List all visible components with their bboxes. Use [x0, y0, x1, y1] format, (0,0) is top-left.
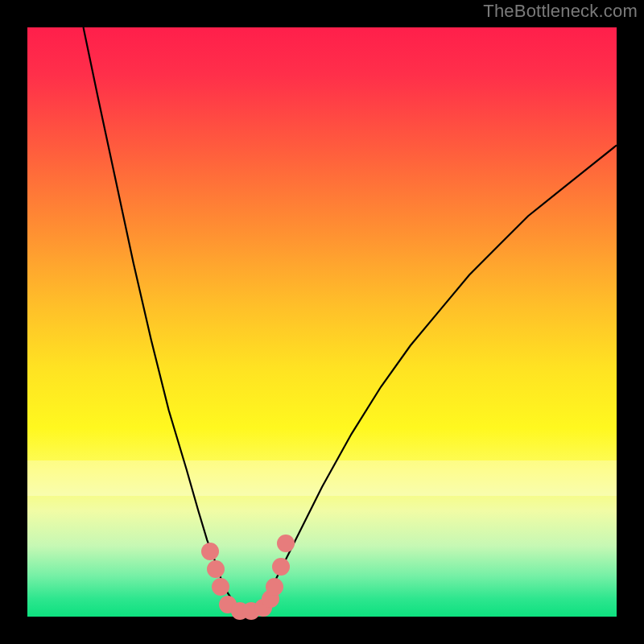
marker-dot — [254, 599, 272, 617]
curve-layer — [27, 27, 617, 617]
marker-dot — [266, 578, 283, 596]
plot-area — [27, 27, 617, 617]
marker-dot — [262, 590, 279, 608]
watermark: TheBottleneck.com — [483, 1, 638, 22]
emphasis-band — [27, 460, 617, 496]
marker-dot — [212, 578, 229, 596]
marker-dot — [231, 602, 249, 620]
left-curve — [84, 27, 250, 615]
marker-dot — [201, 543, 219, 560]
marker-dot — [207, 560, 225, 578]
marker-dot — [277, 535, 295, 552]
chart-frame: TheBottleneck.com — [0, 0, 644, 644]
right-curve — [250, 145, 617, 614]
marker-dot — [219, 596, 237, 613]
marker-dot — [272, 558, 290, 576]
watermark-text: TheBottleneck.com — [483, 1, 638, 21]
marker-dot — [242, 602, 260, 620]
